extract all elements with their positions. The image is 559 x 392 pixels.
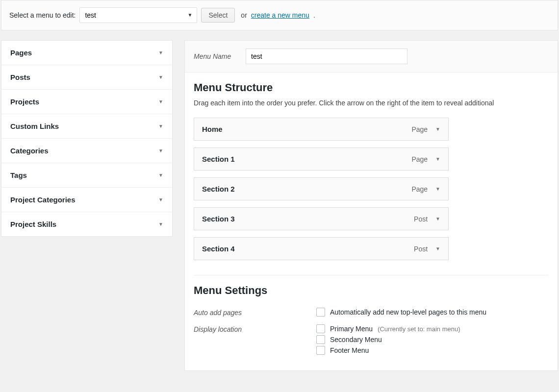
menu-item[interactable]: Home Page ▼ (194, 118, 449, 141)
sidebar-item-pages[interactable]: Pages ▼ (1, 41, 172, 65)
create-new-menu-link[interactable]: create a new menu (251, 11, 309, 19)
menu-item-label: Home (202, 125, 223, 133)
sidebar-item-label: Tags (10, 171, 27, 179)
divider (194, 275, 549, 275)
menu-structure-section: Menu Structure Drag each item into the o… (185, 73, 558, 370)
sidebar-item-tags[interactable]: Tags ▼ (1, 163, 172, 187)
menu-item[interactable]: Section 3 Post ▼ (194, 207, 449, 230)
or-text: or (241, 11, 247, 19)
chevron-down-icon: ▼ (158, 172, 163, 178)
menu-item-type: Page (411, 185, 428, 193)
sidebar-item-label: Projects (10, 98, 39, 106)
display-location-option-text: Footer Menu (330, 346, 369, 354)
chevron-down-icon: ▼ (158, 221, 163, 227)
menu-structure-heading: Menu Structure (194, 81, 549, 94)
sidebar-item-categories[interactable]: Categories ▼ (1, 138, 172, 163)
sidebar-item-label: Custom Links (10, 122, 59, 130)
chevron-down-icon[interactable]: ▼ (435, 216, 440, 221)
sidebar-item-label: Pages (10, 49, 32, 57)
menu-item-type: Post (414, 245, 428, 253)
checkbox-icon[interactable] (316, 324, 325, 333)
chevron-down-icon[interactable]: ▼ (435, 246, 440, 251)
chevron-down-icon: ▼ (158, 197, 163, 202)
menu-name-label: Menu Name (194, 52, 238, 60)
menu-item-label: Section 4 (202, 245, 235, 253)
menu-select-label: Select a menu to edit: (9, 11, 76, 19)
chevron-down-icon[interactable]: ▼ (435, 126, 440, 132)
menu-name-input[interactable] (246, 49, 407, 64)
menu-select[interactable]: test (79, 7, 197, 23)
menu-item-type: Post (414, 215, 428, 223)
menu-settings-section: Menu Settings Auto add pages Automatical… (194, 284, 549, 359)
auto-add-pages-option-text: Automatically add new top-level pages to… (330, 308, 486, 316)
menu-item-type: Page (411, 125, 428, 133)
menu-settings-heading: Menu Settings (194, 284, 549, 297)
menu-item-type: Page (411, 155, 428, 163)
menu-name-row: Menu Name (185, 41, 558, 73)
sidebar-item-posts[interactable]: Posts ▼ (1, 65, 172, 89)
sidebar-item-label: Project Skills (10, 220, 56, 228)
sidebar-item-project-categories[interactable]: Project Categories ▼ (1, 187, 172, 212)
menu-item-label: Section 2 (202, 185, 235, 193)
auto-add-pages-option[interactable]: Automatically add new top-level pages to… (316, 307, 549, 318)
display-location-option-text: Primary Menu (330, 325, 373, 333)
sidebar-item-label: Categories (10, 147, 49, 155)
menu-items-list: Home Page ▼ Section 1 Page ▼ Section 2 (194, 118, 449, 260)
sidebar: Pages ▼ Posts ▼ Projects ▼ Custom Links (1, 40, 173, 371)
display-location-option-text: Secondary Menu (330, 336, 382, 343)
display-location-primary[interactable]: Primary Menu (Currently set to: main men… (316, 323, 549, 334)
menu-item[interactable]: Section 4 Post ▼ (194, 237, 449, 260)
menu-select-bar: Select a menu to edit: test ▼ Select or … (1, 0, 558, 30)
menu-item-label: Section 3 (202, 215, 235, 223)
chevron-down-icon[interactable]: ▼ (435, 156, 440, 162)
auto-add-pages-label: Auto add pages (194, 307, 316, 317)
period: . (313, 11, 315, 19)
display-location-footer[interactable]: Footer Menu (316, 345, 549, 356)
sidebar-item-custom-links[interactable]: Custom Links ▼ (1, 114, 172, 138)
sidebar-item-label: Posts (10, 73, 30, 81)
select-button[interactable]: Select (201, 8, 235, 23)
checkbox-icon[interactable] (316, 346, 325, 355)
checkbox-icon[interactable] (316, 308, 325, 317)
display-location-secondary[interactable]: Secondary Menu (316, 334, 549, 345)
menu-item[interactable]: Section 1 Page ▼ (194, 147, 449, 171)
menu-structure-description: Drag each item into the order you prefer… (194, 99, 549, 107)
chevron-down-icon: ▼ (158, 74, 163, 80)
menu-item-label: Section 1 (202, 155, 235, 163)
layout: Pages ▼ Posts ▼ Projects ▼ Custom Links (0, 40, 559, 371)
display-location-label: Display location (194, 323, 316, 333)
sidebar-item-projects[interactable]: Projects ▼ (1, 89, 172, 114)
chevron-down-icon[interactable]: ▼ (435, 186, 440, 192)
main-panel: Menu Name Menu Structure Drag each item … (184, 40, 558, 371)
chevron-down-icon: ▼ (158, 99, 163, 104)
display-location-row: Display location Primary Menu (Currently… (194, 320, 549, 359)
auto-add-pages-row: Auto add pages Automatically add new top… (194, 304, 549, 320)
chevron-down-icon: ▼ (158, 148, 163, 153)
chevron-down-icon: ▼ (158, 123, 163, 129)
sidebar-item-label: Project Categories (10, 196, 76, 204)
checkbox-icon[interactable] (316, 335, 325, 344)
accordion: Pages ▼ Posts ▼ Projects ▼ Custom Links (1, 40, 173, 237)
menu-item[interactable]: Section 2 Page ▼ (194, 177, 449, 200)
chevron-down-icon: ▼ (158, 50, 163, 55)
sidebar-item-project-skills[interactable]: Project Skills ▼ (1, 212, 172, 236)
menu-select-wrap: test ▼ (79, 7, 197, 23)
display-location-option-note: (Currently set to: main menu) (378, 325, 460, 333)
